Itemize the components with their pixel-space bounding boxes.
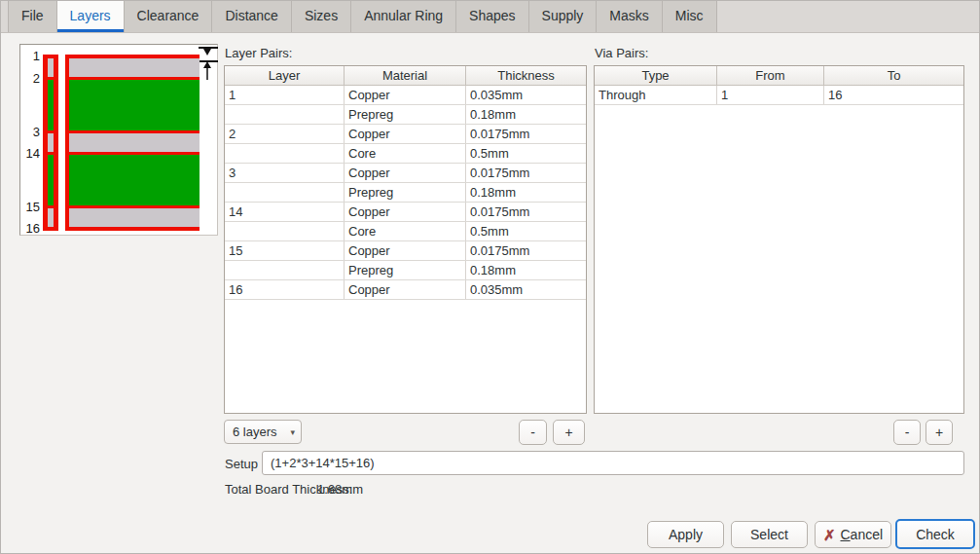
table-cell[interactable]: Copper: [345, 125, 466, 143]
table-cell[interactable]: Copper: [345, 241, 466, 260]
table-cell[interactable]: 16: [824, 86, 963, 104]
table-cell[interactable]: 15: [225, 241, 345, 260]
dielectric-layer: [69, 80, 200, 130]
column-header: Material: [345, 66, 466, 85]
tab-layers[interactable]: Layers: [57, 1, 125, 32]
table-row[interactable]: Through116: [595, 86, 963, 105]
table-cell[interactable]: 0.0175mm: [466, 203, 586, 221]
layer-pairs-add-button[interactable]: +: [553, 420, 585, 445]
table-row[interactable]: Prepreg0.18mm: [225, 261, 586, 280]
table-cell[interactable]: 0.0175mm: [466, 164, 586, 182]
chevron-down-icon: ▾: [290, 427, 295, 437]
layer-setup-window: FileLayersClearanceDistanceSizesAnnular …: [0, 0, 980, 554]
table-cell[interactable]: 3: [225, 164, 345, 182]
table-cell[interactable]: Copper: [345, 86, 466, 104]
table-cell[interactable]: Through: [595, 86, 717, 104]
table-row[interactable]: 3Copper0.0175mm: [225, 164, 586, 183]
table-row[interactable]: 14Copper0.0175mm: [225, 203, 586, 222]
table-cell[interactable]: 1: [225, 86, 345, 104]
via-pairs-remove-button[interactable]: -: [893, 420, 921, 445]
table-row[interactable]: Core0.5mm: [225, 144, 586, 164]
table-row[interactable]: 2Copper0.0175mm: [225, 125, 586, 144]
stackup-layer-number: 1: [20, 50, 40, 63]
tab-file[interactable]: File: [8, 1, 57, 32]
table-header: TypeFromTo: [595, 66, 963, 86]
table-cell[interactable]: 0.18mm: [466, 183, 586, 202]
column-header: Thickness: [466, 66, 586, 85]
tab-annular-ring[interactable]: Annular Ring: [351, 1, 456, 32]
dielectric-layer: [48, 58, 54, 77]
table-cell[interactable]: 0.035mm: [466, 86, 586, 104]
table-cell[interactable]: [225, 222, 345, 240]
cancel-button[interactable]: ✗ Cancel: [815, 521, 891, 548]
stackup-layer-number: 14: [20, 147, 40, 161]
table-cell[interactable]: 0.0175mm: [466, 125, 586, 143]
table-cell[interactable]: [225, 105, 345, 124]
table-cell[interactable]: Core: [345, 222, 466, 240]
table-row[interactable]: 16Copper0.035mm: [225, 280, 586, 300]
tab-misc[interactable]: Misc: [663, 1, 717, 32]
table-row[interactable]: 1Copper0.035mm: [225, 86, 586, 105]
table-cell[interactable]: Copper: [345, 164, 466, 182]
via-wall: [54, 55, 58, 231]
copper-layer: [43, 227, 58, 231]
table-cell[interactable]: Copper: [345, 203, 466, 221]
table-cell[interactable]: 14: [225, 203, 345, 221]
column-header: Type: [595, 66, 717, 85]
tab-supply[interactable]: Supply: [529, 1, 598, 32]
setup-label: Setup: [225, 457, 258, 471]
layer-pairs-table: LayerMaterialThickness1Copper0.035mmPrep…: [224, 65, 587, 414]
table-row[interactable]: Core0.5mm: [225, 222, 586, 241]
stackup-layer-number: 3: [20, 126, 40, 139]
table-cell[interactable]: Prepreg: [345, 261, 466, 279]
layer-pairs-remove-button[interactable]: -: [519, 420, 547, 445]
dielectric-layer: [69, 208, 200, 227]
tab-sizes[interactable]: Sizes: [292, 1, 351, 32]
apply-button[interactable]: Apply: [647, 521, 724, 548]
check-button[interactable]: Check: [895, 519, 975, 549]
table-cell[interactable]: [225, 144, 345, 163]
table-cell[interactable]: 0.035mm: [466, 280, 586, 299]
table-cell[interactable]: [225, 261, 345, 279]
layer-count-select[interactable]: 6 layers ▾: [224, 420, 302, 444]
tab-distance[interactable]: Distance: [212, 1, 291, 32]
table-cell[interactable]: 16: [225, 280, 345, 299]
table-cell[interactable]: 0.18mm: [466, 105, 586, 124]
table-cell[interactable]: 0.5mm: [466, 222, 586, 240]
table-row[interactable]: Prepreg0.18mm: [225, 105, 586, 125]
tab-masks[interactable]: Masks: [597, 1, 662, 32]
dielectric-layer: [69, 133, 200, 152]
dielectric-layer: [48, 208, 54, 227]
table-row[interactable]: 15Copper0.0175mm: [225, 241, 586, 261]
table-cell[interactable]: Prepreg: [345, 183, 466, 202]
layer-count-value: 6 layers: [233, 425, 290, 439]
table-cell[interactable]: 0.18mm: [466, 261, 586, 279]
column-header: To: [824, 66, 963, 85]
table-cell[interactable]: [225, 183, 345, 202]
table-cell[interactable]: Copper: [345, 280, 466, 299]
table-row[interactable]: Prepreg0.18mm: [225, 183, 586, 203]
table-cell[interactable]: Core: [345, 144, 466, 163]
table-cell[interactable]: 2: [225, 125, 345, 143]
table-cell[interactable]: 0.0175mm: [466, 241, 586, 260]
table-cell[interactable]: 0.5mm: [466, 144, 586, 163]
table-cell[interactable]: 1: [717, 86, 824, 104]
setup-input[interactable]: [262, 451, 964, 475]
dielectric-layer: [48, 133, 54, 152]
dielectric-layer: [48, 155, 54, 205]
table-header: LayerMaterialThickness: [225, 66, 586, 86]
tab-shapes[interactable]: Shapes: [456, 1, 528, 32]
select-button[interactable]: Select: [731, 521, 808, 548]
via-pairs-add-button[interactable]: +: [926, 420, 953, 445]
dielectric-layer: [69, 155, 200, 205]
copper-layer: [65, 227, 200, 231]
cancel-label: Cancel: [840, 527, 883, 542]
dielectric-layer: [69, 58, 200, 77]
column-header: Layer: [225, 66, 345, 85]
stackup-layer-number: 16: [20, 222, 40, 236]
column-header: From: [717, 66, 824, 85]
stackup-preview: 123141516: [19, 44, 218, 236]
table-cell[interactable]: Prepreg: [345, 105, 466, 124]
tab-clearance[interactable]: Clearance: [125, 1, 213, 32]
tab-bar: FileLayersClearanceDistanceSizesAnnular …: [1, 1, 979, 33]
